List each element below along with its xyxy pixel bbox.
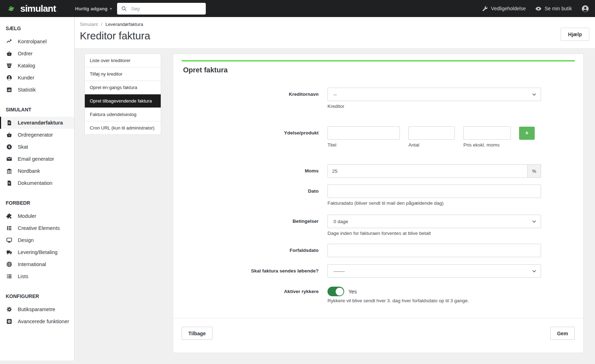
sidebar-section-konfigurer: KONFIGURER Butiksparametre Avancerede fu… [0,293,74,327]
svg-text:$: $ [8,145,10,149]
submenu-item-opret-en-gangs-faktura[interactable]: Opret én-gangs faktura [85,81,161,94]
sidebar-item-creative-elements[interactable]: Creative Elements [0,222,74,234]
help-button[interactable]: Hjælp [561,28,589,41]
stats-icon [6,87,12,93]
sidebar-item-label: Levering/Betaling [18,249,57,255]
sidebar-item-international[interactable]: International [0,258,74,270]
submenu-item-faktura-udendelseslog[interactable]: Faktura udendelseslog [85,107,161,121]
bank-icon [6,168,12,175]
back-button[interactable]: Tilbage [182,327,213,340]
invoice-date-label: Dato [182,184,327,206]
breadcrumb-separator: / [101,22,103,27]
vat-row: Moms % [182,164,575,178]
invoice-date-input[interactable] [327,184,541,198]
monitor-icon [6,237,12,244]
sidebar-item-label: International [18,261,46,268]
sidebar-item-statistik[interactable]: Statistik [0,84,74,96]
sidebar-item-design[interactable]: Design [0,234,74,246]
vat-input[interactable] [327,164,528,178]
sidebar-item-dokumentation[interactable]: Dokumentation [0,177,74,189]
view-shop-label: Se min butik [545,6,572,11]
creditor-select-value: -- [334,92,337,97]
section-title: SIMULANT [0,107,74,112]
submenu-item-cron-url[interactable]: Cron URL (kun til administrator) [85,121,161,134]
basket-icon [6,50,12,57]
sidebar-item-label: Avancerede funktioner [18,318,69,325]
sidebar-item-leverandoerfaktura[interactable]: Leverandørfaktura [0,117,74,129]
page-header: Simulant / Leverandørfaktura Kreditor fa… [75,17,595,49]
sidebar-item-nordbank[interactable]: Nordbank [0,165,74,177]
recurring-select[interactable]: ------- [327,264,541,278]
recurring-row: Skal faktura sendes løbende? ------- [182,264,575,278]
sidebar-item-label: Butiksparametre [18,306,55,313]
trending-up-icon [6,38,12,45]
search-input[interactable] [130,6,202,12]
breadcrumb-root[interactable]: Simulant [80,22,98,27]
top-bar: simulant Hurtig adgang ▾ Vedligeholdelse… [0,0,595,17]
sidebar-item-ordrer[interactable]: Ordrer [0,48,74,60]
submenu-item-opret-tilbagevendende-faktura[interactable]: Opret tilbagevendende faktura [85,94,161,107]
sidebar-item-label: Katalog [18,62,35,69]
quick-access-menu[interactable]: Hurtig adgang ▾ [75,6,112,11]
global-search[interactable] [117,3,206,15]
sidebar-item-lists[interactable]: Lists [0,270,74,282]
reminders-toggle-state: Yes [348,289,357,294]
sidebar-item-kunder[interactable]: Kunder [0,72,74,84]
sidebar-item-skat[interactable]: $ Skat [0,141,74,153]
sidebar-item-email-generator[interactable]: Email generator [0,153,74,165]
add-product-button[interactable]: + [519,127,535,140]
search-icon [121,5,127,12]
reminders-label: Aktiver rykkere [182,287,327,303]
sidebar-item-label: Creative Elements [18,225,60,231]
reminders-toggle[interactable] [327,287,344,296]
advanced-gear-icon [6,318,12,325]
sidebar-item-label: Kunder [18,75,34,81]
sidebar-item-label: Email generator [18,156,54,162]
maintenance-link[interactable]: Vedligeholdelse [481,5,526,12]
sidebar-item-label: Leverandørfaktura [18,120,63,126]
view-shop-link[interactable]: Se min butik [535,5,572,12]
breadcrumb: Simulant / Leverandørfaktura [80,22,595,27]
sidebar-item-label: Skat [18,144,28,150]
invoice-icon [6,120,12,126]
submenu-item-liste-over-kreditorer[interactable]: Liste over kreditorer [85,54,161,67]
puzzle-icon [6,213,12,220]
person-icon [6,75,12,81]
main-area: Simulant / Leverandørfaktura Kreditor fa… [75,17,595,364]
creditor-select[interactable]: -- [327,88,541,101]
due-date-label: Forfaldsdato [182,244,327,257]
sidebar-item-avancerede-funktioner[interactable]: Avancerede funktioner [0,315,74,327]
sidebar-item-butiksparametre[interactable]: Butiksparametre [0,303,74,315]
due-date-row: Forfaldsdato [182,244,575,257]
store-icon [6,62,12,69]
card-footer: Tilbage Gem [173,318,583,347]
percent-addon: % [528,164,541,178]
submenu-item-tilfoej-ny-kreditor[interactable]: Tilføj ny kreditor [85,67,161,81]
sidebar-section-simulant: SIMULANT Leverandørfaktura Ordregenerato… [0,107,74,189]
quick-access-label: Hurtig adgang [75,6,108,11]
toggle-knob [336,288,343,296]
product-quantity-input[interactable] [408,126,455,140]
sidebar-item-label: Nordbank [18,168,40,174]
terms-helper: Dage inden for fakturaen forventes at bl… [327,231,541,236]
brand-logo[interactable]: simulant [0,3,56,15]
product-price-input[interactable] [463,126,511,140]
sidebar-item-katalog[interactable]: Katalog [0,60,74,72]
invoice-date-row: Dato Fakturadato (bliver sendt til mail … [182,184,575,206]
sidebar-item-kontrolpanel[interactable]: Kontrolpanel [0,35,74,48]
product-title-input[interactable] [327,126,400,140]
sidebar-section-forbedr: FORBEDR Moduler Creative Elements Design… [0,200,74,282]
wrench-icon [481,5,488,12]
sidebar-item-ordregenerator[interactable]: Ordregenerator [0,129,74,141]
topbar-right: Vedligeholdelse Se min butik [481,5,595,13]
due-date-input[interactable] [327,244,541,257]
terms-select[interactable]: 0 dage [327,215,541,228]
sidebar-item-label: Statistik [18,87,36,93]
sidebar-item-levering-betaling[interactable]: Levering/Betaling [0,246,74,258]
basket-icon [6,132,12,138]
creditor-row: Kreditornavn -- Kreditor [182,88,575,109]
account-avatar[interactable] [581,5,589,13]
vat-label: Moms [182,164,327,178]
sidebar-item-moduler[interactable]: Moduler [0,210,74,222]
save-button[interactable]: Gem [550,327,575,340]
